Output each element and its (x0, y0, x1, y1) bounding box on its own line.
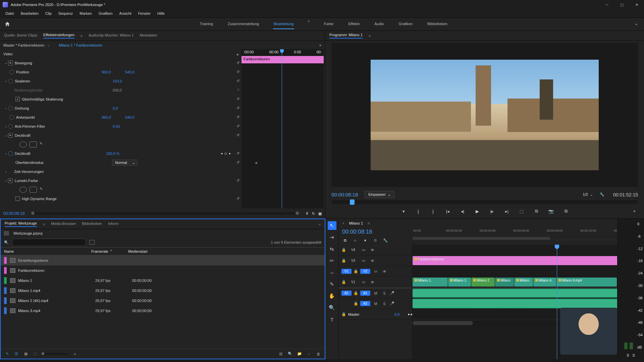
video-clip[interactable]: Milano 4.mp4 (556, 278, 617, 287)
project-search-input[interactable] (12, 239, 86, 246)
mute-v4[interactable]: ▭ (360, 248, 367, 252)
track-v1-area[interactable]: Milano 1.Milano 1.Milano 2MilanoMilanoMi… (413, 277, 617, 288)
ellipse-mask-lumetri[interactable] (19, 187, 27, 193)
mute-a2[interactable]: M (372, 302, 379, 306)
stopwatch-drehung[interactable] (8, 106, 13, 111)
lock-master[interactable]: 🔒 (341, 312, 346, 316)
find-icon[interactable]: 🔍 (287, 351, 293, 357)
menu-datei[interactable]: Datei (2, 10, 17, 16)
loop-icon[interactable]: ↻ (312, 212, 315, 216)
thumbnail-slider[interactable] (42, 353, 68, 355)
project-item[interactable]: Milano 2 (4K).mp429,97 fps00:00:00:00 (1, 296, 325, 306)
pen-mask-button[interactable]: ✎ (40, 141, 43, 147)
eye-v4[interactable]: 👁 (369, 248, 376, 252)
reset-blend[interactable]: ↺ (234, 159, 241, 166)
sequence-tab[interactable]: Milano 1 (349, 221, 363, 225)
col-framerate[interactable]: Framerate⌃ (91, 249, 128, 254)
solo-a2[interactable]: S (381, 302, 388, 306)
video-clip[interactable]: Milano 1. (448, 278, 471, 287)
eye-v2[interactable]: 👁 (381, 269, 388, 274)
seq-menu-icon[interactable]: ≡ (368, 221, 370, 225)
add-marker-button[interactable]: ▾ (400, 207, 407, 215)
twirl-deckkraft-val[interactable]: › (3, 152, 8, 156)
sort-icon[interactable]: ≡ (72, 351, 78, 357)
bypass-icon[interactable]: ▦ (318, 212, 322, 216)
menu-fenster[interactable]: Fenster (135, 10, 154, 16)
program-timecode[interactable]: 00:00:08:18 (331, 192, 358, 197)
lift-button[interactable]: ⬚ (518, 207, 525, 215)
wrench-tl-icon[interactable]: 🔧 (382, 237, 388, 243)
wrench-icon[interactable]: 🔧 (600, 192, 606, 197)
solo-right[interactable]: S (633, 353, 635, 357)
twirl-deckkraft[interactable]: ⌄ (3, 133, 8, 137)
effect-zoom-bar[interactable] (31, 212, 299, 215)
workspace-farbe[interactable]: Farbe (323, 19, 334, 29)
menu-marken[interactable]: Marken (76, 10, 95, 16)
effect-lumetri[interactable]: Lumetri-Farbe (15, 179, 234, 183)
settings-icon[interactable]: ⚙ (372, 237, 378, 243)
mark-in-button[interactable]: { (415, 207, 422, 215)
go-to-in-button[interactable]: |◂ (444, 207, 451, 215)
anker-y[interactable]: 540,0 (125, 115, 149, 119)
skalieren-value[interactable]: 103,0 (113, 79, 136, 83)
filter-icon[interactable]: ⚱ (306, 212, 309, 216)
tab-libraries[interactable]: Bibliotheken (82, 222, 102, 227)
master-value[interactable]: 0,0 (394, 312, 399, 316)
video-clip[interactable]: Milano 2 (471, 278, 495, 287)
step-back-button[interactable]: ◂| (459, 207, 466, 215)
comparison-button[interactable]: ⧉ (562, 207, 570, 215)
rect-mask-lumetri[interactable] (30, 187, 37, 193)
adjustment-clip[interactable]: Farbkorrekturen (413, 256, 617, 265)
project-tab-menu-icon[interactable]: ≡ (43, 222, 45, 226)
twirl-lumetri[interactable]: ⌄ (3, 178, 8, 183)
minimize-button[interactable]: ─ (600, 0, 614, 9)
stopwatch-position[interactable] (9, 70, 14, 74)
menu-hilfe[interactable]: Hilfe (154, 10, 168, 16)
automate-icon[interactable]: ▥ (278, 351, 284, 357)
tab-media-browser[interactable]: Media-Browser (51, 222, 76, 227)
reset-uniform[interactable]: ↺ (234, 96, 241, 103)
reset-lumetri[interactable]: ↺ (234, 177, 241, 184)
type-tool[interactable]: T (328, 315, 336, 324)
program-monitor[interactable] (331, 43, 638, 187)
reset-bewegung[interactable]: ↺ (234, 59, 241, 67)
mute-v3[interactable]: ▭ (360, 258, 367, 263)
position-x[interactable]: 960,0 (102, 70, 125, 74)
selection-tool[interactable]: ↖ (328, 221, 336, 230)
scroll-up-icon[interactable]: ▲ (236, 52, 239, 56)
pen-mask-lumetri[interactable]: ✎ (40, 187, 43, 193)
menu-sequenz[interactable]: Sequenz (55, 10, 76, 16)
mute-a1[interactable]: M (372, 291, 379, 295)
program-scrubber[interactable] (331, 200, 638, 204)
lock-v1[interactable]: 🔒 (341, 280, 346, 284)
mark-out-button[interactable]: } (429, 207, 437, 215)
add-keyframe[interactable]: ◇ (224, 152, 227, 155)
mute-v1[interactable]: ▭ (360, 280, 367, 284)
chevron-down-icon[interactable]: ⌄ (47, 43, 50, 47)
tab-menu-icon[interactable]: ≡ (80, 34, 83, 38)
tab-source[interactable]: Quelle: (keine Clips) (4, 33, 37, 38)
stopwatch-skalieren[interactable] (8, 79, 13, 83)
close-button[interactable]: ✕ (629, 0, 644, 9)
ripple-edit-tool[interactable]: ⇆ (328, 245, 336, 253)
rec-a2[interactable]: 🎤 (390, 301, 396, 306)
effect-timecode[interactable]: 00:00:08:18 (3, 211, 24, 216)
step-forward-button[interactable]: |▸ (488, 207, 496, 215)
track-select-tool[interactable]: ⇥ (328, 233, 336, 242)
eye-v1[interactable]: 👁 (369, 280, 376, 284)
snap-icon[interactable]: ⧉ (342, 237, 348, 243)
go-to-out-button[interactable]: ▸| (503, 207, 511, 215)
ellipse-mask-button[interactable] (19, 141, 27, 147)
col-medienstart[interactable]: Medienstart (128, 249, 165, 253)
master-expand-icon[interactable]: ▸◂ (408, 312, 412, 316)
button-editor[interactable]: ＋ (631, 207, 638, 215)
video-clip[interactable]: Milano 1. (413, 278, 448, 287)
zoom-fit-dropdown[interactable]: Einpassen ⌄ (365, 191, 394, 198)
lock-v4[interactable]: 🔒 (341, 248, 346, 252)
pen-tool[interactable]: ✎ (328, 280, 336, 289)
new-item-icon[interactable]: ✎ (4, 351, 10, 357)
drehung-value[interactable]: 0,0 (113, 106, 136, 110)
uniform-scale-checkbox[interactable] (15, 97, 20, 101)
video-clip[interactable]: Milano (495, 278, 514, 287)
track-a1[interactable]: A1 (360, 291, 370, 296)
